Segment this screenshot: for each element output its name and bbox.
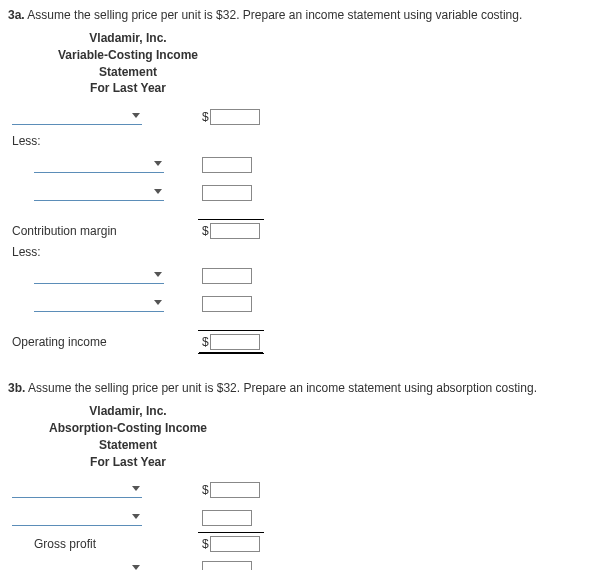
q3a-statement-type: Variable-Costing Income bbox=[28, 47, 228, 64]
q3b-row2-select[interactable] bbox=[12, 507, 142, 526]
q3a-prompt: 3a. Assume the selling price per unit is… bbox=[8, 8, 586, 22]
q3a-less1-item1-amount[interactable] bbox=[202, 157, 252, 173]
q3a-less2-item2-select[interactable] bbox=[34, 293, 164, 312]
q3b-gross-label: Gross profit bbox=[8, 532, 198, 555]
q3a-opinc-amount[interactable] bbox=[210, 334, 260, 350]
dollar-sign: $ bbox=[202, 224, 209, 238]
q3b-prompt: 3b. Assume the selling price per unit is… bbox=[8, 381, 586, 395]
q3a-less1-item1-select[interactable] bbox=[34, 154, 164, 173]
q3b-statement-type: Absorption-Costing Income bbox=[28, 420, 228, 437]
dollar-sign: $ bbox=[202, 483, 209, 497]
q3b-table: $ Gross profit $ Operating income $ bbox=[8, 476, 264, 570]
q3b-number: 3b. bbox=[8, 381, 25, 395]
q3a-statement-word: Statement bbox=[28, 64, 228, 81]
q3b-row2-amount[interactable] bbox=[202, 510, 252, 526]
q3a-less1-item2-select[interactable] bbox=[34, 182, 164, 201]
q3a-company: Vladamir, Inc. bbox=[28, 30, 228, 47]
q3b-row1-amount[interactable] bbox=[210, 482, 260, 498]
q3a-opinc-label: Operating income bbox=[8, 331, 198, 354]
q3b-row4-amount[interactable] bbox=[202, 561, 252, 570]
q3b-period: For Last Year bbox=[28, 454, 228, 471]
q3a-title-block: Vladamir, Inc. Variable-Costing Income S… bbox=[28, 30, 228, 97]
q3a-less2-item2-amount[interactable] bbox=[202, 296, 252, 312]
dollar-sign: $ bbox=[202, 110, 209, 124]
q3a-less1-item2-amount[interactable] bbox=[202, 185, 252, 201]
q3a-row1-amount[interactable] bbox=[210, 109, 260, 125]
q3a-table: $ Less: Contribution margin $ Less: Oper… bbox=[8, 103, 264, 363]
q3a-less2-item1-select[interactable] bbox=[34, 265, 164, 284]
q3a-less1-label: Less: bbox=[8, 131, 198, 151]
dollar-sign: $ bbox=[202, 537, 209, 551]
q3a-row1-select[interactable] bbox=[12, 106, 142, 125]
q3a-contrib-amount[interactable] bbox=[210, 223, 260, 239]
q3a-period: For Last Year bbox=[28, 80, 228, 97]
q3a-contrib-label: Contribution margin bbox=[8, 220, 198, 243]
q3a-number: 3a. bbox=[8, 8, 25, 22]
dollar-sign: $ bbox=[202, 335, 209, 349]
q3a-less2-label: Less: bbox=[8, 242, 198, 262]
q3b-company: Vladamir, Inc. bbox=[28, 403, 228, 420]
q3b-row1-select[interactable] bbox=[12, 479, 142, 498]
q3b-statement-word: Statement bbox=[28, 437, 228, 454]
q3a-less2-item1-amount[interactable] bbox=[202, 268, 252, 284]
q3b-prompt-text: Assume the selling price per unit is $32… bbox=[28, 381, 537, 395]
q3b-gross-amount[interactable] bbox=[210, 536, 260, 552]
q3a-prompt-text: Assume the selling price per unit is $32… bbox=[27, 8, 522, 22]
q3b-row4-select[interactable] bbox=[12, 558, 142, 570]
q3b-title-block: Vladamir, Inc. Absorption-Costing Income… bbox=[28, 403, 228, 470]
